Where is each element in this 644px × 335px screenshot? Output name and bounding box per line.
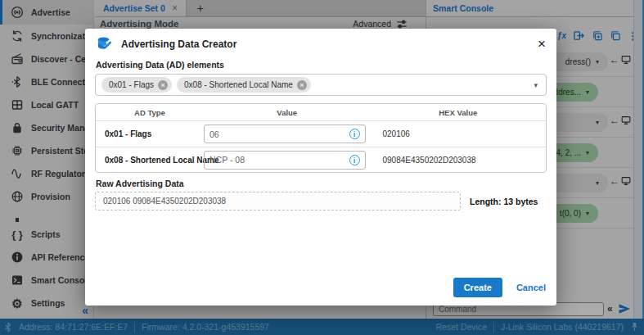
chevron-down-icon[interactable]: ▾ [534, 81, 538, 89]
table-row: 0x08 - Shortened Local Name NCP - 08 i 0… [96, 147, 546, 172]
column-header: HEX Value [371, 108, 547, 117]
column-header: AD Type [96, 108, 204, 117]
ad-elements-select[interactable]: 0x01 - Flags × 0x08 - Shortened Local Na… [95, 74, 547, 96]
table-row: 0x01 - Flags 06 i 020106 [96, 121, 546, 147]
value-input[interactable]: NCP - 08 i [204, 151, 366, 170]
dialog-close-icon[interactable]: × [538, 37, 546, 51]
ad-type-cell: 0x01 - Flags [96, 129, 204, 138]
column-header: Value [204, 108, 371, 117]
remove-chip-icon[interactable]: × [158, 80, 168, 90]
info-icon[interactable]: i [349, 155, 360, 165]
hex-value-cell: 020106 [371, 129, 547, 138]
ad-type-cell: 0x08 - Shortened Local Name [96, 156, 204, 165]
ad-element-chip[interactable]: 0x01 - Flags × [101, 77, 172, 93]
info-icon[interactable]: i [349, 129, 360, 139]
data-creator-icon [96, 35, 113, 52]
ad-elements-label: Advertising Data (AD) elements [96, 60, 546, 70]
ad-elements-table: AD Type Value HEX Value 0x01 - Flags 06 … [95, 103, 547, 173]
raw-data-label: Raw Advertising Data [96, 179, 546, 188]
raw-data-field[interactable]: 020106 09084E4350202D203038 [95, 192, 461, 211]
cancel-button[interactable]: Cancel [516, 283, 546, 292]
app-window: Advertise Synchronization Discover - Cen… [0, 0, 644, 335]
ad-element-chip[interactable]: 0x08 - Shortened Local Name × [177, 77, 311, 93]
hex-value-cell: 09084E4350202D203038 [371, 156, 547, 165]
remove-chip-icon[interactable]: × [297, 80, 307, 90]
value-input[interactable]: 06 i [204, 124, 366, 143]
dialog-header: Advertising Data Creator × [85, 29, 556, 54]
table-header-row: AD Type Value HEX Value [96, 104, 546, 121]
length-badge: Length: 13 bytes [470, 197, 538, 206]
create-button[interactable]: Create [453, 278, 502, 297]
advertising-data-creator-dialog: Advertising Data Creator × Advertising D… [85, 29, 556, 306]
dialog-title: Advertising Data Creator [121, 38, 236, 50]
